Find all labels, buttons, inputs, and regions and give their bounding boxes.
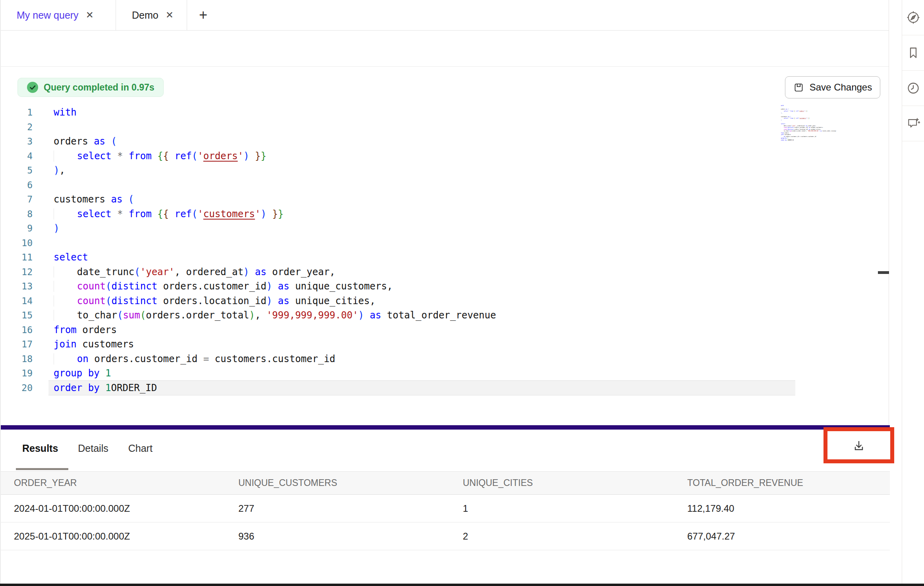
line-number: 1 — [1, 105, 33, 120]
save-changes-label: Save Changes — [810, 82, 872, 93]
code-line[interactable]: 2 — [48, 120, 795, 135]
line-number: 12 — [1, 265, 33, 280]
window-bottom-edge — [0, 584, 924, 586]
save-changes-button[interactable]: Save Changes — [785, 76, 880, 98]
line-number: 17 — [1, 337, 33, 352]
panel-splitter[interactable] — [1, 425, 890, 430]
sidebar-item-ai-assistant[interactable] — [902, 106, 924, 141]
line-number: 6 — [1, 178, 33, 193]
code-line[interactable]: 4 select * from {{ ref('orders') }} — [48, 149, 795, 164]
editor-minimap[interactable]: withorders as ( select * from {{ ref('or… — [780, 105, 848, 145]
code-line[interactable]: 17join customers — [48, 337, 795, 352]
code-line[interactable]: 12 date_trunc('year', ordered_at) as ord… — [48, 265, 795, 280]
line-number: 2 — [1, 120, 33, 135]
table-cell: 1 — [463, 503, 687, 514]
line-number: 4 — [1, 149, 33, 164]
table-cell: 936 — [238, 531, 463, 542]
annotation-highlight-box — [823, 427, 894, 463]
code-line[interactable]: 1with — [48, 105, 795, 120]
code-line[interactable]: 19group by 1 — [48, 366, 795, 381]
tab-demo[interactable]: Demo ✕ — [116, 0, 187, 30]
right-icon-sidebar — [902, 0, 924, 586]
minimap-line: order by 1ORDER_ID — [780, 139, 848, 141]
query-status-text: Query completed in 0.97s — [44, 82, 155, 93]
line-number: 9 — [1, 221, 33, 236]
main-panel: My new query ✕ Demo ✕ + MS Your query — [0, 0, 889, 586]
code-line[interactable]: 6 — [48, 178, 795, 193]
tab-my-new-query[interactable]: My new query ✕ — [1, 0, 116, 30]
column-header: UNIQUE_CUSTOMERS — [238, 478, 463, 488]
line-number: 18 — [1, 352, 33, 366]
code-area[interactable]: 1with23orders as (4 select * from {{ ref… — [1, 105, 879, 395]
line-number: 8 — [1, 207, 33, 222]
line-number: 5 — [1, 163, 33, 178]
line-number: 7 — [1, 192, 33, 207]
download-icon[interactable] — [852, 438, 866, 453]
code-line[interactable]: 3orders as ( — [48, 134, 795, 149]
close-icon[interactable]: ✕ — [166, 10, 174, 20]
results-tab-results[interactable]: Results — [22, 443, 58, 454]
table-cell: 677,047.27 — [687, 531, 903, 542]
sidebar-item-explore[interactable] — [902, 0, 924, 35]
clock-icon — [906, 81, 920, 95]
table-row[interactable]: 2025-01-01T00:00:00.000Z9362677,047.27 — [1, 522, 890, 550]
code-line[interactable]: 18 on orders.customer_id = customers.cus… — [48, 352, 795, 366]
column-header: ORDER_YEAR — [14, 478, 238, 488]
sql-editor: Query completed in 0.97s Save Changes 1w… — [1, 67, 889, 425]
close-icon[interactable]: ✕ — [86, 10, 94, 20]
table-cell: 112,179.40 — [687, 503, 903, 514]
active-tab-indicator — [16, 468, 68, 470]
line-number: 19 — [1, 366, 33, 381]
results-tab-chart[interactable]: Chart — [128, 443, 153, 454]
code-line[interactable]: 11select — [48, 250, 795, 265]
tab-label: My new query — [17, 10, 79, 21]
table-cell: 2025-01-01T00:00:00.000Z — [14, 531, 238, 542]
table-cell: 2024-01-01T00:00:00.000Z — [14, 503, 238, 514]
line-number: 14 — [1, 294, 33, 308]
save-icon — [793, 82, 804, 93]
line-number: 13 — [1, 279, 33, 294]
line-number: 15 — [1, 308, 33, 323]
bookmark-icon — [906, 46, 920, 60]
code-line[interactable]: 16from orders — [48, 323, 795, 337]
line-number: 16 — [1, 323, 33, 337]
results-tab-details[interactable]: Details — [78, 443, 108, 454]
code-line[interactable]: 9) — [48, 221, 795, 236]
table-row[interactable]: 2024-01-01T00:00:00.000Z2771112,179.40 — [1, 495, 890, 522]
code-line[interactable]: 14 count(distinct orders.location_id) as… — [48, 294, 795, 308]
column-header: TOTAL_ORDER_REVENUE — [687, 478, 903, 488]
code-line[interactable]: 20order by 1ORDER_ID — [48, 381, 795, 395]
compass-icon — [906, 10, 920, 25]
table-header: ORDER_YEARUNIQUE_CUSTOMERSUNIQUE_CITIEST… — [1, 471, 890, 495]
scrollbar-handle[interactable] — [878, 271, 889, 274]
new-tab-button[interactable]: + — [196, 0, 211, 30]
query-toolbar: MS Your query Develop Run — [1, 31, 889, 67]
table-cell: 277 — [238, 503, 463, 514]
results-panel: ResultsDetailsChart ORDER_YEARUNIQUE_CUS… — [1, 430, 890, 584]
app-window: My new query ✕ Demo ✕ + MS Your query — [0, 0, 924, 586]
line-number: 10 — [1, 236, 33, 251]
table-cell: 2 — [463, 531, 687, 542]
chat-sparkles-icon — [906, 116, 920, 131]
code-line[interactable]: 5), — [48, 163, 795, 178]
column-header: UNIQUE_CITIES — [463, 478, 687, 488]
line-number: 11 — [1, 250, 33, 265]
line-number: 20 — [1, 381, 33, 395]
query-status-badge: Query completed in 0.97s — [17, 78, 164, 97]
check-circle-icon — [27, 81, 39, 93]
code-line[interactable]: 10 — [48, 236, 795, 251]
results-tab-bar: ResultsDetailsChart — [22, 443, 153, 454]
code-line[interactable]: 15 to_char(sum(orders.order_total), '999… — [48, 308, 795, 323]
code-line[interactable]: 13 count(distinct orders.customer_id) as… — [48, 279, 795, 294]
sidebar-item-history[interactable] — [902, 71, 924, 106]
editor-tab-bar: My new query ✕ Demo ✕ + — [1, 0, 889, 31]
code-line[interactable]: 7customers as ( — [48, 192, 795, 207]
sidebar-item-bookmarks[interactable] — [902, 35, 924, 71]
line-number: 3 — [1, 134, 33, 149]
tab-label: Demo — [132, 10, 159, 21]
code-line[interactable]: 8 select * from {{ ref('customers') }} — [48, 207, 795, 222]
